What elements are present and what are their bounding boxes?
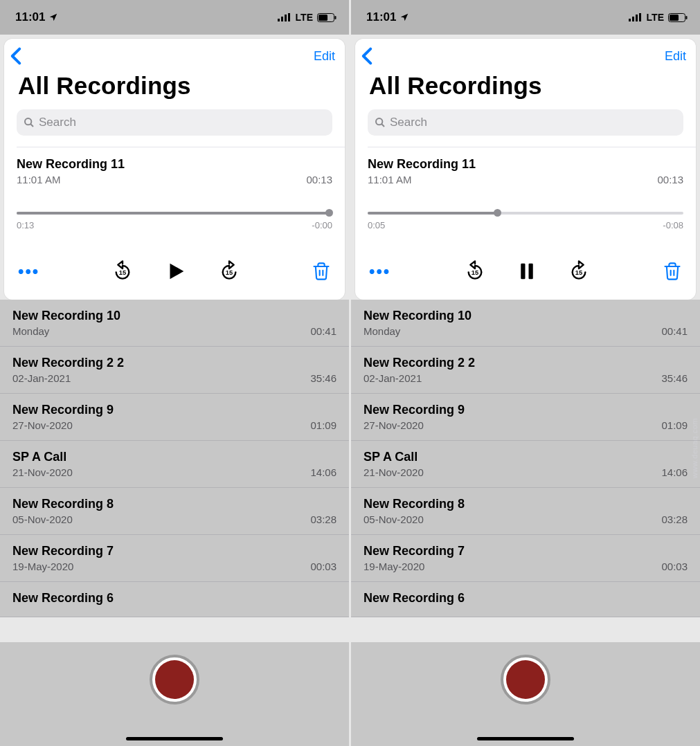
list-item-duration: 14:06 <box>310 466 336 478</box>
phone-left: 11:01 LTE Edit All Recordings Search New… <box>0 0 349 746</box>
list-item-date: 27-Nov-2020 <box>12 419 73 431</box>
recording-title: New Recording 11 <box>17 157 332 172</box>
search-input[interactable]: Search <box>368 109 683 136</box>
page-title: All Recordings <box>355 71 696 109</box>
record-inner-icon <box>155 660 194 699</box>
svg-rect-13 <box>632 17 634 21</box>
list-item[interactable]: New Recording 10Monday00:41 <box>0 300 349 347</box>
page-title: All Recordings <box>4 71 345 109</box>
more-button[interactable]: ••• <box>18 262 39 281</box>
svg-point-19 <box>376 118 382 125</box>
delete-button[interactable] <box>312 261 331 282</box>
back-button[interactable] <box>361 47 373 65</box>
record-button[interactable] <box>150 655 199 704</box>
list-item[interactable]: New Recording 10Monday00:41 <box>351 300 700 347</box>
recording-title: New Recording 11 <box>368 157 683 172</box>
list-item-duration: 35:46 <box>310 372 336 384</box>
svg-text:15: 15 <box>225 269 232 276</box>
recording-duration: 00:13 <box>657 174 683 185</box>
home-indicator[interactable] <box>126 737 223 740</box>
list-item-date: 02-Jan-2021 <box>364 372 422 384</box>
list-item[interactable]: New Recording 6 <box>0 582 349 617</box>
signal-icon <box>629 13 643 21</box>
list-item[interactable]: SP A Call21-Nov-202014:06 <box>351 441 700 488</box>
svg-rect-0 <box>278 19 280 21</box>
svg-line-20 <box>382 124 384 127</box>
svg-point-7 <box>25 118 31 125</box>
scrubber[interactable]: 0:05 -0:08 <box>368 212 683 230</box>
carrier-label: LTE <box>647 12 664 23</box>
svg-rect-5 <box>318 15 327 21</box>
elapsed-time: 0:05 <box>368 220 385 230</box>
list-item[interactable]: New Recording 927-Nov-202001:09 <box>0 394 349 441</box>
home-indicator[interactable] <box>477 737 574 740</box>
phone-right: 11:01 LTE Edit All Recordings Search New… <box>351 0 700 746</box>
list-item-duration: 14:06 <box>661 466 688 478</box>
svg-line-8 <box>30 124 33 127</box>
location-icon <box>48 12 58 22</box>
list-item-duration: 01:09 <box>310 419 336 431</box>
recordings-list: New Recording 10Monday00:41New Recording… <box>351 300 700 617</box>
list-item[interactable]: SP A Call21-Nov-202014:06 <box>0 441 349 488</box>
record-button[interactable] <box>501 655 550 704</box>
remaining-time: -0:00 <box>312 220 332 230</box>
list-item-title: New Recording 2 2 <box>364 356 688 370</box>
more-button[interactable]: ••• <box>369 262 391 281</box>
pause-button[interactable] <box>517 260 537 283</box>
list-item-title: New Recording 6 <box>364 591 688 606</box>
carrier-label: LTE <box>296 12 313 23</box>
expanded-recording[interactable]: New Recording 11 11:01 AM 00:13 0:05 -0:… <box>355 147 696 283</box>
recording-card: Edit All Recordings Search New Recording… <box>355 39 696 300</box>
svg-rect-22 <box>521 264 525 280</box>
list-item-date: 02-Jan-2021 <box>12 372 71 384</box>
recording-duration: 00:13 <box>306 174 332 185</box>
list-item-title: New Recording 10 <box>12 309 336 323</box>
record-bar <box>0 642 349 746</box>
skip-back-15-button[interactable]: 15 <box>111 260 134 282</box>
svg-rect-12 <box>629 19 631 21</box>
list-item-date: 19-May-2020 <box>364 561 424 572</box>
list-item-date: Monday <box>364 325 400 337</box>
delete-button[interactable] <box>663 261 682 282</box>
search-icon <box>375 117 386 128</box>
skip-back-15-button[interactable]: 15 <box>464 260 486 282</box>
list-item[interactable]: New Recording 719-May-202000:03 <box>0 535 349 582</box>
svg-rect-17 <box>670 15 679 21</box>
edit-button[interactable]: Edit <box>314 49 335 64</box>
skip-forward-15-button[interactable]: 15 <box>218 260 240 282</box>
list-item-duration: 00:03 <box>661 561 688 572</box>
svg-marker-10 <box>170 264 183 280</box>
svg-rect-2 <box>285 15 287 21</box>
list-item-duration: 00:41 <box>661 325 688 337</box>
play-button[interactable] <box>164 260 188 283</box>
expanded-recording[interactable]: New Recording 11 11:01 AM 00:13 0:13 -0:… <box>4 147 345 283</box>
svg-rect-14 <box>636 15 638 21</box>
scrubber-thumb[interactable] <box>325 209 333 217</box>
svg-rect-3 <box>288 13 290 21</box>
list-item[interactable]: New Recording 719-May-202000:03 <box>351 535 700 582</box>
svg-text:15: 15 <box>471 269 478 276</box>
list-item[interactable]: New Recording 927-Nov-202001:09 <box>351 394 700 441</box>
scrubber[interactable]: 0:13 -0:00 <box>17 212 332 230</box>
list-item-title: New Recording 9 <box>12 403 336 417</box>
list-item[interactable]: New Recording 6 <box>351 582 700 617</box>
search-input[interactable]: Search <box>17 109 332 136</box>
back-button[interactable] <box>10 47 22 65</box>
scrubber-thumb[interactable] <box>494 209 501 217</box>
list-item-title: New Recording 9 <box>364 403 688 417</box>
list-item[interactable]: New Recording 2 202-Jan-202135:46 <box>351 347 700 394</box>
list-item[interactable]: New Recording 805-Nov-202003:28 <box>0 488 349 535</box>
svg-text:15: 15 <box>118 269 125 276</box>
svg-rect-6 <box>335 16 336 19</box>
svg-rect-23 <box>528 264 532 280</box>
list-item[interactable]: New Recording 2 202-Jan-202135:46 <box>0 347 349 394</box>
edit-button[interactable]: Edit <box>665 49 686 64</box>
list-item-date: Monday <box>12 325 49 337</box>
recording-time: 11:01 AM <box>17 174 60 185</box>
skip-forward-15-button[interactable]: 15 <box>568 260 590 282</box>
svg-rect-15 <box>639 13 641 21</box>
search-icon <box>24 117 35 128</box>
list-item-date: 21-Nov-2020 <box>12 466 73 478</box>
list-item[interactable]: New Recording 805-Nov-202003:28 <box>351 488 700 535</box>
svg-rect-1 <box>281 17 283 21</box>
